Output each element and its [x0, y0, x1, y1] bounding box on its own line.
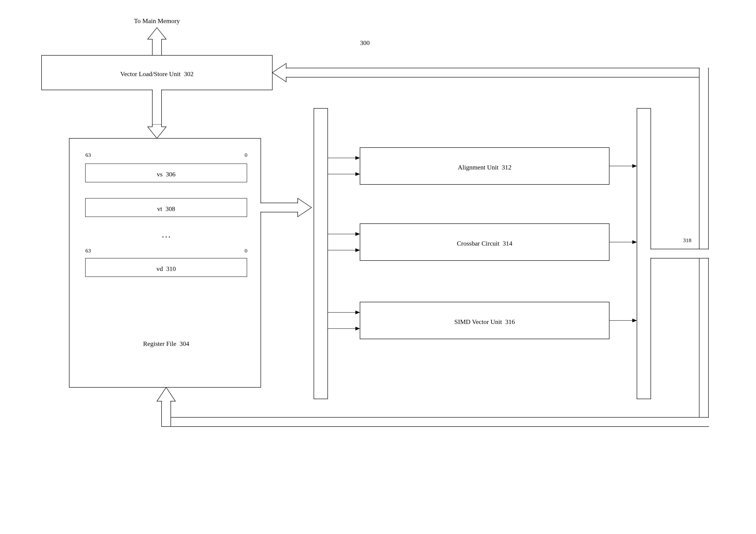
svg-rect-6: [153, 124, 161, 128]
rf-ellipsis: . . .: [162, 232, 170, 239]
rf-msb-bottom: 63: [85, 248, 91, 254]
rf-lsb-top: 0: [245, 152, 247, 158]
svg-marker-14: [355, 172, 360, 176]
register-file-label: Register File 304: [143, 340, 189, 347]
simd-unit-label: SIMD Vector Unit 316: [454, 318, 515, 325]
svg-rect-0: [284, 68, 288, 77]
svg-rect-4: [162, 398, 170, 403]
rf-lsb-bottom: 0: [245, 248, 247, 254]
svg-marker-20: [355, 311, 360, 314]
crossbar-circuit-label: Crossbar Circuit 314: [457, 240, 512, 247]
main-memory-label: To Main Memory: [134, 17, 180, 24]
bus-to-units-arrows: [328, 156, 360, 330]
input-bus: [314, 108, 328, 399]
svg-marker-16: [355, 232, 360, 236]
svg-rect-2: [699, 418, 709, 426]
units-to-outbus-arrows: [609, 164, 637, 322]
reg-vt-label: vt 308: [157, 205, 175, 212]
rf-msb-top: 63: [85, 152, 91, 158]
svg-rect-9: [650, 249, 652, 258]
svg-rect-5: [153, 89, 161, 92]
svg-marker-22: [355, 327, 360, 330]
svg-rect-7: [297, 203, 301, 212]
output-bus-id: 318: [683, 237, 691, 243]
feedback-top-pipe: [284, 68, 709, 77]
svg-rect-8: [260, 203, 262, 212]
arrow-vlsu-to-memory: [148, 28, 166, 55]
output-bus: [637, 108, 651, 399]
svg-rect-1: [700, 67, 708, 72]
diagram-canvas: 300 To Main Memory Vector Load/Store Uni…: [0, 0, 756, 534]
reg-vs-label: vs 306: [157, 171, 176, 178]
diagram-id: 300: [360, 39, 370, 46]
svg-marker-28: [632, 318, 637, 322]
svg-marker-26: [632, 240, 637, 244]
svg-marker-12: [355, 156, 360, 160]
rf-to-bus-shaft: [261, 203, 300, 212]
svg-marker-18: [355, 248, 360, 252]
svg-rect-10: [699, 249, 709, 258]
svg-marker-24: [632, 164, 637, 168]
feedback-bottom-pipe: [162, 417, 709, 426]
reg-vd-label: vd 310: [156, 265, 176, 272]
vlsu-to-rf-shaft: [152, 90, 162, 127]
feedback-right-pipe: [699, 68, 709, 426]
alignment-unit-label: Alignment Unit 312: [458, 164, 512, 171]
svg-rect-3: [162, 417, 170, 421]
vlsu-label: Vector Load/Store Unit 302: [120, 70, 193, 77]
